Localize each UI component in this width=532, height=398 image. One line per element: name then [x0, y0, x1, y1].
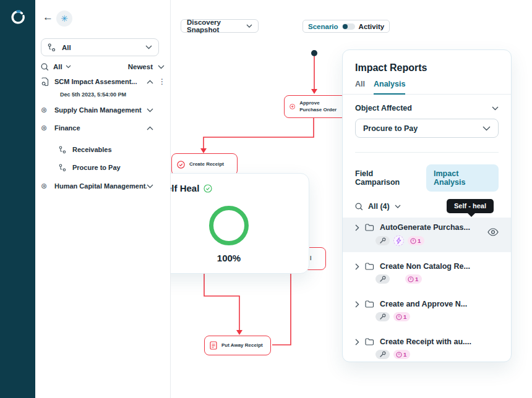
panel-title: Impact Reports [355, 62, 499, 74]
chevron-down-icon [246, 24, 252, 28]
chevron-down-icon [492, 106, 499, 111]
alert-count: 1 [403, 351, 406, 358]
chevron-down-icon [145, 45, 152, 49]
folder-icon [365, 338, 374, 345]
toggle-switch[interactable] [342, 23, 355, 30]
chevron-up-icon[interactable] [147, 126, 153, 130]
tree-item-procure-to-pay[interactable]: Procure to Pay [41, 162, 166, 173]
process-flow-icon [48, 43, 56, 52]
node-put-away-receipt[interactable]: Put Away Receipt [204, 336, 271, 355]
file-search-icon [41, 77, 54, 87]
report-row-title: Create Non Catalog Re... [380, 262, 470, 271]
node-label: Approve Purchase Order [299, 100, 341, 113]
tree-item-label: SCM Impact Assesment... [54, 78, 147, 85]
chevron-right-icon[interactable] [355, 224, 359, 231]
tree-item-receivables[interactable]: Receivables [41, 144, 166, 155]
chevron-right-icon[interactable] [355, 339, 359, 345]
wrench-icon [379, 276, 386, 282]
alert-count: 1 [415, 276, 418, 282]
toggle-option-activity[interactable]: Activity [359, 23, 385, 30]
tree-item-label: Supply Chain Management [54, 106, 147, 114]
chevron-right-icon[interactable] [355, 263, 359, 270]
alert-count: 1 [418, 237, 421, 244]
tab-analysis[interactable]: Analysis [374, 80, 405, 95]
kebab-menu-icon[interactable]: ⋮ [158, 77, 166, 86]
chevron-right-icon[interactable] [355, 301, 359, 308]
select-value: Procure to Pay [363, 124, 418, 133]
report-row-create-receipt-auto[interactable]: Create Receipt with au.... [343, 332, 511, 362]
alert-circle-icon [396, 352, 402, 358]
node-label: l [310, 255, 312, 263]
impact-analysis-button[interactable]: Impact Analysis [426, 164, 499, 192]
wrench-badge [375, 236, 390, 245]
wrench-icon [379, 237, 386, 244]
discovery-snapshot-dropdown[interactable]: Discovery Snapshot [181, 19, 259, 33]
object-affected-header[interactable]: Object Affected [355, 104, 499, 112]
divider [355, 152, 499, 153]
search-icon[interactable] [41, 63, 49, 71]
report-row-create-and-approve[interactable]: Create and Approve N... 1 [343, 294, 511, 328]
search-icon [355, 203, 363, 211]
lightning-icon [396, 237, 401, 244]
green-check-circle-icon [204, 184, 212, 193]
document-icon [210, 341, 217, 350]
wrench-icon [379, 351, 386, 358]
alert-circle-icon [408, 276, 414, 282]
folder-icon [365, 300, 374, 308]
alert-count-badge: 1 [393, 350, 410, 359]
snapshot-label: Discovery Snapshot [187, 19, 241, 33]
chevron-down-icon[interactable] [147, 108, 153, 112]
report-row-title: Create Receipt with au.... [380, 337, 471, 346]
object-affected-label: Object Affected [355, 104, 412, 112]
node-approve-purchase-order[interactable]: Approve Purchase Order [284, 95, 346, 118]
tree-item-finance[interactable]: ⊛ Finance ⋮ [41, 122, 166, 133]
tree-item-supply-chain-management[interactable]: ⊛ Supply Chain Management ⋮ [41, 104, 166, 116]
category-icon: ⊛ [41, 124, 54, 132]
folder-icon [365, 224, 374, 231]
back-arrow-icon[interactable]: ← [43, 11, 53, 23]
wrench-icon [379, 313, 386, 320]
alert-count-badge: 1 [405, 274, 422, 284]
field-comparison-label[interactable]: Field Camparison [355, 169, 419, 187]
chevron-down-icon[interactable] [66, 65, 71, 69]
chevron-down-icon [483, 126, 491, 131]
progress-ring [209, 206, 249, 245]
object-affected-select[interactable]: Procure to Pay [355, 119, 499, 138]
node-label: Create Receipt [189, 161, 224, 167]
lightning-badge [393, 235, 404, 246]
report-row-create-non-catalog[interactable]: Create Non Catalog Re... [343, 256, 511, 290]
folder-icon [365, 263, 374, 270]
chevron-down-icon[interactable] [158, 65, 165, 69]
self-heal-tooltip: Self - heal [447, 199, 494, 213]
wrench-badge [375, 350, 390, 359]
report-row-autogenerate-purchase[interactable]: AutoGenerate Purchas... [343, 218, 511, 252]
toggle-option-scenario[interactable]: Scenario [308, 23, 338, 30]
alert-count-badge: 1 [393, 312, 410, 321]
app-root: Approve Purchase Order Create Receipt l … [0, 0, 532, 398]
list-filter-row: All Newest [41, 61, 165, 72]
eye-icon[interactable] [487, 227, 499, 237]
chevron-down-icon [395, 205, 401, 208]
node-create-receipt[interactable]: Create Receipt [171, 153, 238, 176]
process-flow-icon [59, 146, 72, 154]
category-icon: ⊛ [41, 106, 54, 114]
tab-all[interactable]: All [355, 80, 365, 94]
chevron-down-icon[interactable] [147, 184, 153, 188]
self-heal-modal: Self Heal 100% [147, 173, 309, 274]
tree-item-label: Procure to Pay [72, 164, 166, 171]
node-label: Put Away Receipt [221, 342, 263, 349]
alert-circle-icon [410, 238, 416, 244]
report-row-title: Create and Approve N... [380, 300, 467, 308]
category-icon: ⊛ [41, 182, 54, 190]
chevron-up-icon[interactable] [147, 80, 153, 84]
sort-filter[interactable]: Newest [128, 63, 153, 70]
report-row-title: AutoGenerate Purchas... [380, 223, 470, 232]
circle-check-icon [177, 161, 185, 169]
scenario-activity-toggle: Scenario Activity [302, 20, 390, 33]
alert-circle-icon [396, 314, 402, 320]
scope-filter[interactable]: All [53, 63, 62, 70]
app-spinner-icon[interactable]: ✳ [56, 11, 72, 27]
tree-item-human-capital-management[interactable]: ⊛ Human Capital Management... ⋮ [41, 180, 166, 192]
process-filter-dropdown[interactable]: All [41, 38, 159, 56]
tree-item-scm-impact-assessment[interactable]: SCM Impact Assesment... ⋮ [41, 76, 166, 87]
